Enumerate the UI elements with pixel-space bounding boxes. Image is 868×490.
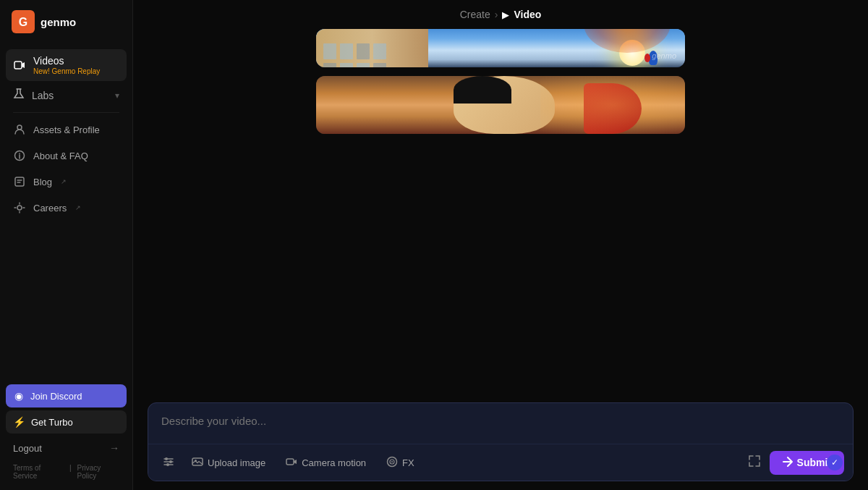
svg-point-3: [17, 125, 22, 130]
sidebar-item-assets[interactable]: Assets & Profile: [6, 117, 127, 142]
svg-point-7: [165, 457, 168, 460]
terms-row: Terms of Service | Privacy Policy: [6, 460, 127, 484]
submit-arrow-icon: [783, 457, 793, 469]
video-thumbnail-1: S: [316, 29, 685, 67]
image-upload-icon: [192, 456, 203, 470]
sidebar: G genmo Videos New! Genmo Replay: [0, 0, 133, 490]
genmo-logo-icon: G: [12, 10, 35, 33]
logout-button[interactable]: Logout →: [6, 436, 127, 460]
topbar: Create › ▶ Video: [133, 0, 868, 29]
chevron-down-icon: ▾: [115, 90, 119, 101]
main-content: Create › ▶ Video: [133, 0, 868, 490]
prompt-toolbar: Upload image Camera motion: [148, 444, 853, 481]
svg-point-8: [169, 460, 172, 463]
external-link-icon-2: ↗: [75, 204, 81, 211]
sidebar-item-labs[interactable]: Labs ▾: [6, 83, 127, 108]
flask-icon: [13, 88, 25, 102]
video-page-icon: ▶: [502, 9, 509, 20]
terms-link[interactable]: Terms of Service: [13, 464, 64, 480]
breadcrumb: Create › ▶ Video: [460, 9, 542, 20]
prompt-area: ✓: [133, 395, 868, 490]
sidebar-nav: Videos New! Genmo Replay Labs ▾: [0, 43, 132, 379]
discord-icon: ◉: [13, 390, 25, 402]
svg-point-6: [17, 206, 22, 210]
prompt-input[interactable]: [148, 403, 853, 441]
sidebar-item-about[interactable]: About & FAQ: [6, 143, 127, 168]
turbo-icon: ⚡: [13, 416, 25, 428]
blog-icon: [13, 175, 26, 188]
svg-rect-5: [15, 177, 24, 186]
sidebar-item-videos[interactable]: Videos New! Genmo Replay: [6, 49, 127, 81]
external-link-icon: ↗: [61, 178, 67, 185]
video-icon: [13, 59, 26, 72]
logo[interactable]: G genmo: [0, 0, 132, 43]
separator-1: [13, 112, 119, 113]
settings-button[interactable]: [157, 452, 180, 474]
info-icon: [13, 149, 26, 162]
watermark: genmo: [652, 51, 676, 60]
breadcrumb-create[interactable]: Create: [460, 9, 490, 20]
fx-icon: [386, 456, 398, 470]
svg-point-9: [166, 463, 169, 466]
breadcrumb-chevron: ›: [495, 9, 498, 20]
logo-text: genmo: [41, 16, 76, 28]
logout-arrow-icon: →: [109, 442, 119, 454]
upload-image-button[interactable]: Upload image: [183, 451, 274, 475]
videos-label: Videos New! Genmo Replay: [33, 55, 100, 75]
privacy-link[interactable]: Privacy Policy: [77, 464, 119, 480]
svg-rect-2: [14, 62, 22, 69]
terms-separator: |: [69, 464, 72, 480]
breadcrumb-video: Video: [514, 9, 541, 20]
sidebar-item-blog[interactable]: Blog ↗: [6, 169, 127, 194]
sliders-icon: [163, 456, 174, 470]
careers-icon: [13, 201, 26, 214]
svg-point-15: [391, 461, 393, 462]
svg-text:G: G: [19, 16, 27, 28]
camera-motion-button[interactable]: Camera motion: [277, 451, 375, 475]
prompt-box: ✓: [148, 402, 854, 481]
superman: S: [374, 43, 620, 67]
glow: [540, 76, 685, 134]
get-turbo-button[interactable]: ⚡ Get Turbo: [6, 410, 127, 434]
svg-rect-12: [286, 459, 294, 465]
labs-left: Labs: [13, 88, 54, 102]
fullscreen-button[interactable]: [742, 450, 767, 475]
video-card-1: S: [316, 29, 685, 67]
camera-icon: [286, 456, 297, 470]
expand-icon: [749, 455, 760, 470]
labs-label: Labs: [32, 90, 54, 101]
user-icon: [13, 123, 26, 136]
video-thumbnail-2: [316, 76, 685, 134]
join-discord-button[interactable]: ◉ Join Discord: [6, 384, 127, 407]
check-icon: ✓: [827, 455, 843, 470]
fx-button[interactable]: FX: [378, 451, 423, 475]
partial-content: [316, 76, 685, 134]
video-card-2: [316, 76, 685, 134]
sidebar-actions: ◉ Join Discord ⚡ Get Turbo Logout → Term…: [0, 379, 132, 490]
sidebar-item-careers[interactable]: Careers ↗: [6, 195, 127, 220]
